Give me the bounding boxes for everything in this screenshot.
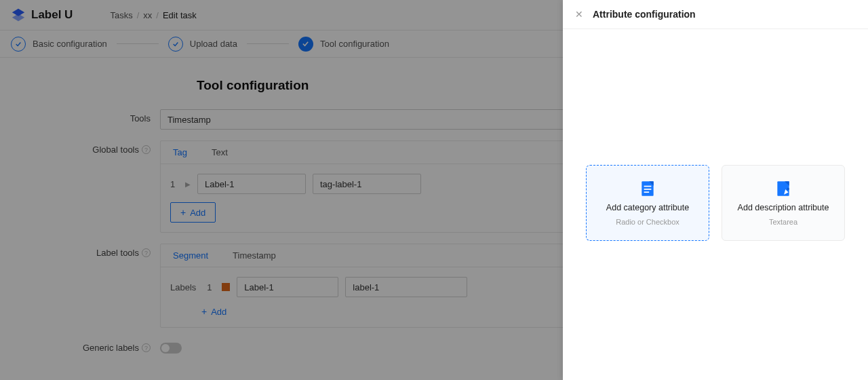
drawer-title: Attribute configuration xyxy=(593,9,696,20)
list-icon xyxy=(639,180,656,197)
close-icon[interactable]: ✕ xyxy=(575,9,583,20)
edit-document-icon xyxy=(774,180,792,197)
svg-rect-3 xyxy=(644,186,652,187)
add-category-attribute-card[interactable]: Add category attribute Radio or Checkbox xyxy=(586,165,709,241)
add-description-attribute-card[interactable]: Add description attribute Textarea xyxy=(722,165,845,241)
attribute-config-drawer: ✕ Attribute configuration Add category a… xyxy=(563,0,868,380)
svg-rect-4 xyxy=(644,189,652,190)
svg-rect-5 xyxy=(644,191,650,193)
